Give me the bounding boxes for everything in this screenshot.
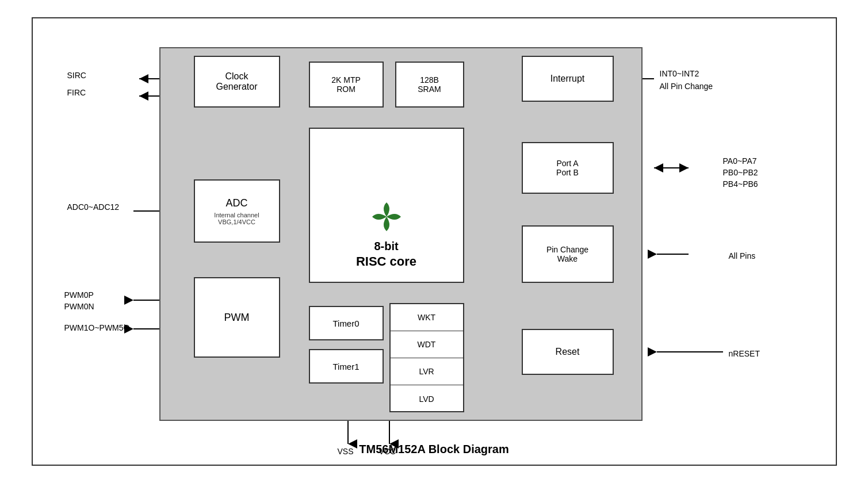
- risc-logo-icon: [369, 200, 404, 234]
- all-pin-change-label: All Pin Change: [660, 82, 713, 91]
- adc-sub1-label: Internal channel: [214, 212, 259, 218]
- pin-change-wake-label: Pin Change Wake: [546, 245, 588, 263]
- pb0-pb2-label: PB0~PB2: [723, 168, 758, 177]
- clock-generator-box: Clock Generator: [194, 56, 280, 108]
- port-ab-label: Port A Port B: [556, 159, 579, 177]
- sram-label: 128B SRAM: [418, 75, 441, 94]
- pwm1o5o-label: PWM1O~PWM5O: [64, 323, 130, 332]
- adc-range-label: ADC0~ADC12: [67, 202, 120, 212]
- sirc-label: SIRC: [67, 71, 86, 80]
- mtp-rom-box: 2K MTP ROM: [309, 62, 384, 108]
- reset-label: Reset: [556, 347, 580, 357]
- clock-generator-label: Clock Generator: [216, 71, 257, 92]
- all-pins-label: All Pins: [729, 251, 756, 260]
- interrupt-label: Interrupt: [550, 74, 585, 84]
- timer1-box: Timer1: [309, 349, 384, 384]
- risc-core-label: RISC core: [356, 254, 416, 270]
- pwm0pn-label: PWM0P PWM0N: [64, 290, 94, 312]
- timer0-label: Timer0: [332, 319, 359, 328]
- pin-change-wake-box: Pin Change Wake: [522, 225, 614, 283]
- pa0-pa7-label: PA0~PA7: [723, 156, 757, 166]
- risc-bit-label: 8-bit: [356, 239, 416, 254]
- wdt-item: WDT: [391, 331, 463, 358]
- wkt-group-box: WKT WDT LVR LVD: [389, 303, 464, 412]
- sram-box: 128B SRAM: [395, 62, 464, 108]
- timer0-box: Timer0: [309, 306, 384, 340]
- mtp-rom-label: 2K MTP ROM: [331, 75, 361, 94]
- int0-2-label: INT0~INT2: [660, 69, 699, 78]
- lvd-item: LVD: [391, 385, 463, 412]
- risc-core-box: 8-bit RISC core: [309, 128, 464, 283]
- reset-box: Reset: [522, 329, 614, 375]
- pb4-pb6-label: PB4~PB6: [723, 179, 758, 189]
- lvr-item: LVR: [391, 358, 463, 385]
- diagram-area: Clock Generator 2K MTP ROM 128B SRAM: [33, 18, 836, 465]
- risc-title: 8-bit RISC core: [356, 239, 416, 270]
- pwm-label: PWM: [224, 312, 250, 324]
- diagram-title: TM56M152A Block Diagram: [359, 443, 508, 456]
- adc-main-label: ADC: [225, 197, 247, 209]
- firc-label: FIRC: [67, 88, 86, 97]
- port-ab-box: Port A Port B: [522, 142, 614, 194]
- vss-label: VSS: [338, 447, 354, 456]
- diagram-border: Clock Generator 2K MTP ROM 128B SRAM: [32, 17, 837, 466]
- interrupt-box: Interrupt: [522, 56, 614, 102]
- adc-sub2-label: VBG,1/4VCC: [218, 218, 255, 225]
- timer1-label: Timer1: [332, 362, 359, 371]
- nreset-label: nRESET: [729, 349, 760, 358]
- pwm-box: PWM: [194, 277, 280, 358]
- wkt-item: WKT: [391, 304, 463, 331]
- adc-box: ADC Internal channel VBG,1/4VCC: [194, 179, 280, 243]
